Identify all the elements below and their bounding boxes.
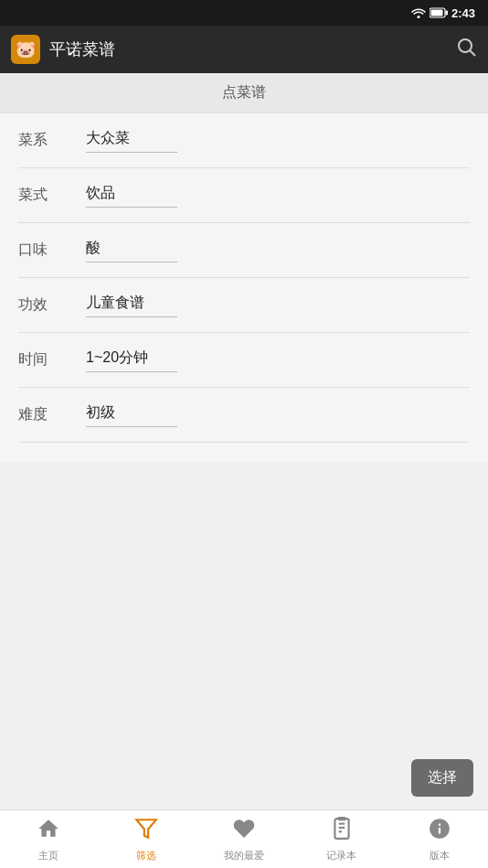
main-content: 菜系大众菜菜式饮品口味酸功效儿童食谱时间1~20分钟难度初级 选择 <box>0 113 488 809</box>
nav-label-home: 主页 <box>38 849 58 863</box>
filter-row-label: 功效 <box>18 295 64 315</box>
svg-point-0 <box>417 16 419 18</box>
nav-label-about: 版本 <box>430 849 450 863</box>
nav-label-favorites: 我的最爱 <box>224 849 264 863</box>
content-spacer <box>0 462 488 810</box>
nav-item-notes[interactable]: 记录本 <box>292 817 390 863</box>
nav-label-notes: 记录本 <box>326 849 356 863</box>
status-icons: 2:43 <box>411 6 475 20</box>
page-title: 点菜谱 <box>222 83 266 102</box>
toolbar: 🐷 平诺菜谱 <box>0 26 488 73</box>
wifi-icon <box>411 7 426 18</box>
svg-rect-11 <box>337 817 345 820</box>
filter-row-label: 菜式 <box>18 186 64 205</box>
filter-row-value[interactable]: 大众菜 <box>86 129 177 153</box>
svg-line-5 <box>471 51 476 57</box>
filter-row-label: 难度 <box>18 405 64 424</box>
nav-label-filter: 筛选 <box>136 849 156 863</box>
toolbar-left: 🐷 平诺菜谱 <box>11 35 115 64</box>
svg-point-4 <box>459 39 472 52</box>
status-bar: 2:43 <box>0 0 488 26</box>
page-title-bar: 点菜谱 <box>0 73 488 113</box>
filter-icon <box>134 817 158 841</box>
filter-row[interactable]: 功效儿童食谱 <box>18 278 470 333</box>
filter-row[interactable]: 难度初级 <box>18 388 470 443</box>
filter-row-value[interactable]: 饮品 <box>86 184 177 208</box>
bottom-nav: 主页筛选我的最爱记录本版本 <box>0 809 488 868</box>
filter-row[interactable]: 时间1~20分钟 <box>18 333 470 388</box>
home-icon <box>37 817 60 841</box>
svg-rect-3 <box>430 10 442 16</box>
svg-rect-2 <box>445 11 448 16</box>
heart-icon <box>232 817 256 841</box>
filter-row-value[interactable]: 儿童食谱 <box>86 294 177 317</box>
nav-item-favorites[interactable]: 我的最爱 <box>196 817 293 863</box>
nav-item-filter[interactable]: 筛选 <box>98 817 196 863</box>
app-logo: 🐷 <box>11 35 40 64</box>
filter-row-value[interactable]: 1~20分钟 <box>86 348 177 372</box>
choose-button[interactable]: 选择 <box>411 759 473 797</box>
nav-item-home[interactable]: 主页 <box>0 817 98 863</box>
filter-form: 菜系大众菜菜式饮品口味酸功效儿童食谱时间1~20分钟难度初级 <box>0 113 488 462</box>
status-time: 2:43 <box>451 6 475 20</box>
filter-row[interactable]: 口味酸 <box>18 223 470 278</box>
nav-item-about[interactable]: 版本 <box>390 817 488 863</box>
notes-icon <box>330 817 354 841</box>
filter-row-value[interactable]: 初级 <box>86 403 177 427</box>
battery-icon <box>430 7 448 18</box>
search-icon[interactable] <box>455 36 477 63</box>
filter-row-value[interactable]: 酸 <box>86 239 177 263</box>
svg-marker-6 <box>136 820 156 838</box>
filter-row-label: 菜系 <box>18 131 64 150</box>
filter-row[interactable]: 菜式饮品 <box>18 168 470 223</box>
filter-row-label: 时间 <box>18 350 64 370</box>
filter-row[interactable]: 菜系大众菜 <box>18 113 470 168</box>
filter-row-label: 口味 <box>18 241 64 260</box>
app-title: 平诺菜谱 <box>49 38 115 60</box>
info-icon <box>428 817 451 841</box>
